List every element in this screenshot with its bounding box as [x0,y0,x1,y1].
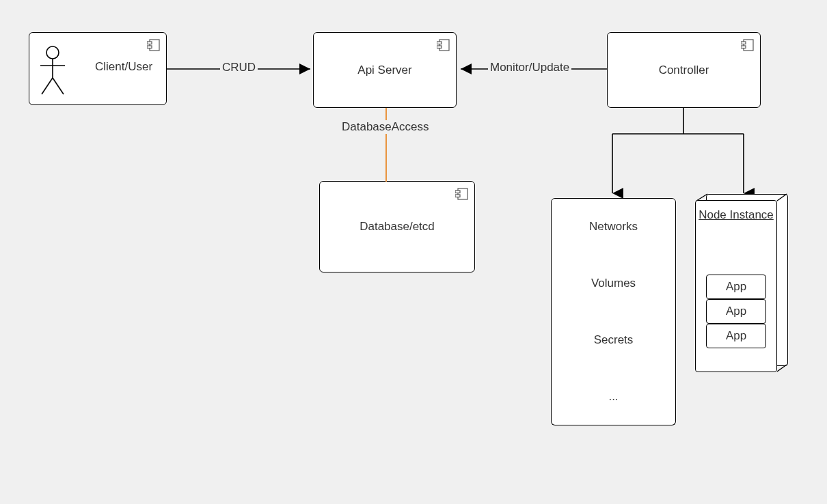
edge-label-monitor: Monitor/Update [488,61,571,74]
component-client-label: Client/User [95,60,152,74]
node-app-2: App [706,299,766,324]
resource-volumes: Volumes [551,255,676,312]
component-controller-label: Controller [659,64,709,77]
actor-icon [36,45,69,98]
resource-secrets: Secrets [551,311,676,369]
component-database: Database/etcd [319,181,475,272]
component-icon [437,38,450,52]
component-database-label: Database/etcd [360,220,435,234]
component-api-label: Api Server [357,64,411,77]
node-title: Node Instance [699,208,774,222]
resource-volumes-label: Volumes [591,277,636,290]
svg-point-3 [46,46,59,59]
connector-dbaccess [379,108,393,182]
resource-more: ... [551,368,676,425]
component-client: Client/User [29,32,167,105]
connector-controller-children [547,108,779,198]
node-app-3-label: App [726,329,746,343]
resource-networks-label: Networks [589,220,638,234]
component-controller: Controller [607,32,761,108]
resource-secrets-label: Secrets [594,333,634,347]
svg-line-7 [53,78,64,94]
component-api-server: Api Server [313,32,457,108]
component-icon [741,38,755,52]
component-icon [147,38,161,52]
resource-more-label: ... [608,390,618,404]
edge-label-dbaccess: DatabaseAccess [340,120,431,134]
edge-label-crud: CRUD [220,61,258,74]
node-app-3: App [706,324,766,348]
node-app-1-label: App [726,280,746,294]
diagram-canvas: Client/User Api Server Controller Databa… [0,0,827,504]
resource-networks: Networks [551,198,676,255]
node-app-2-label: App [726,305,746,318]
component-icon [455,187,469,201]
node-app-1: App [706,275,766,299]
svg-line-6 [42,78,53,94]
